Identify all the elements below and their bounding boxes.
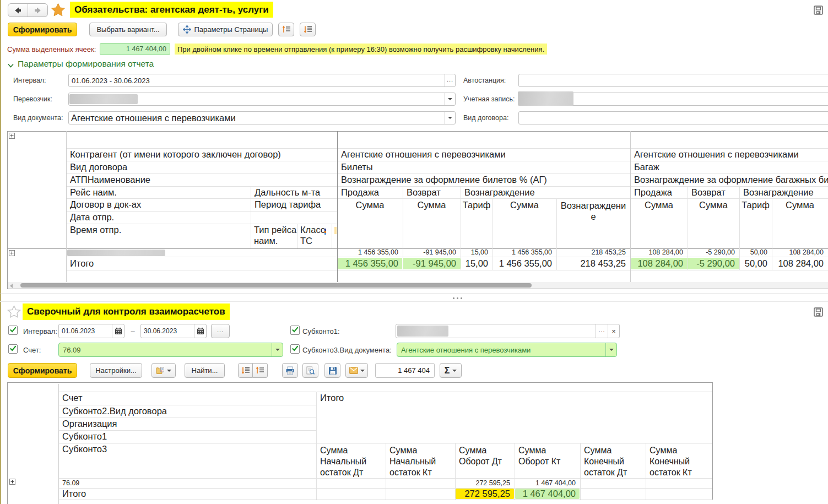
date-to-field[interactable]: 30.06.2023: [140, 324, 207, 338]
expand-plus-icon[interactable]: [9, 250, 15, 256]
save-report2-icon[interactable]: [814, 307, 823, 317]
t1-total-cell[interactable]: 108 284,00: [630, 257, 688, 270]
t1-total-cell[interactable]: 15,00: [461, 257, 493, 270]
t1-total-cell[interactable]: 1 456 355,00: [493, 257, 556, 270]
t1-data-cell[interactable]: -91 945,00: [403, 248, 461, 257]
clipped-icon-fragment: [324, 233, 326, 235]
move-down-button[interactable]: [300, 23, 316, 36]
t1-total-cell[interactable]: 218 453,25: [556, 257, 630, 270]
t2-total-header: Итого: [316, 392, 712, 443]
doc-type-field[interactable]: Агентские отношения с перевозчиками: [68, 111, 456, 124]
grid-line-v: [66, 131, 67, 282]
t1-data-cell[interactable]: 1 456 355,00: [493, 248, 556, 257]
settings-button-label: Настройки...: [95, 366, 137, 375]
expand-plus-icon[interactable]: [9, 479, 15, 485]
grid-line-h: [66, 198, 828, 199]
chevron-down-icon: [275, 349, 280, 351]
t1-data-cell[interactable]: 1 456 355,00: [337, 248, 403, 257]
generate-button[interactable]: Сформировать: [8, 23, 77, 36]
grid-line-h: [7, 289, 828, 289]
subconto1-checkbox[interactable]: [290, 326, 300, 335]
t2-total-cell[interactable]: 272 595,25: [455, 488, 515, 500]
expand-groups-button[interactable]: [253, 363, 268, 378]
t1-header-reward-col: Вознаграждени е: [556, 198, 630, 248]
t2-data-cell[interactable]: 272 595,25: [455, 478, 515, 488]
grid-line-v: [7, 382, 8, 504]
forward-button[interactable]: [28, 4, 47, 17]
scroll-left-arrow-icon[interactable]: [10, 284, 13, 288]
t1-total-cell[interactable]: 108 284,00: [772, 257, 828, 270]
expand-plus-icon[interactable]: [9, 133, 15, 139]
subconto1-label: Субконто1:: [302, 324, 340, 338]
contract-type-field[interactable]: [518, 111, 828, 124]
t2-col-header: Сумма Начальный остаток Кт: [386, 443, 455, 478]
calendar-icon: [115, 327, 122, 335]
interval-checkbox[interactable]: [8, 326, 18, 335]
settings-button[interactable]: Настройки...: [90, 363, 142, 378]
account2-dropdown-button[interactable]: [272, 343, 283, 356]
collapse-groups-button[interactable]: [238, 363, 253, 378]
print-button[interactable]: [282, 363, 298, 378]
send-mail-button[interactable]: [345, 363, 368, 378]
grid-line-v: [772, 198, 772, 270]
grid-line-h: [66, 161, 828, 161]
favorite-star-outline-icon[interactable]: [7, 305, 21, 318]
subconto1-ellipsis-button[interactable]: ...: [596, 324, 608, 338]
splitter-line: [0, 294, 828, 294]
station-field[interactable]: [518, 74, 828, 87]
account2-checkbox[interactable]: [8, 344, 18, 354]
back-button[interactable]: [8, 4, 28, 17]
grid-line-h: [58, 500, 712, 500]
report-params-section-header[interactable]: Параметры формирования отчета: [18, 59, 154, 69]
choose-variant-label: Выбрать вариант...: [96, 25, 159, 34]
account2-value: 76.09: [59, 343, 272, 356]
interval2-ellipsis-button[interactable]: ...: [211, 324, 230, 338]
sigma-button[interactable]: Σ: [440, 363, 462, 378]
t1-data-cell[interactable]: 15,00: [461, 248, 493, 257]
t2-data-label[interactable]: 76.09: [58, 478, 316, 488]
page-params-label: Параметры Страницы: [194, 25, 268, 34]
page-params-button[interactable]: Параметры Страницы: [178, 23, 273, 36]
subconto3-combo[interactable]: Агентские отношения с перевозчиками: [397, 343, 617, 357]
date-from-calendar-button[interactable]: [112, 324, 124, 338]
favorite-star-icon[interactable]: [51, 3, 66, 17]
date-from-field[interactable]: 01.06.2023: [58, 324, 125, 338]
subconto3-dropdown-button[interactable]: [605, 343, 616, 356]
subconto3-checkbox[interactable]: [290, 344, 300, 354]
splitter-handle[interactable]: [453, 297, 465, 299]
t1-data-cell[interactable]: 108 284,00: [772, 248, 828, 257]
t1-total-cell[interactable]: -91 945,00: [403, 257, 461, 270]
preview-button[interactable]: [302, 363, 318, 378]
output-report-button[interactable]: [151, 363, 176, 378]
horizontal-scrollbar[interactable]: [8, 282, 828, 289]
account2-combo[interactable]: 76.09: [58, 343, 283, 357]
t1-header-sum2: Сумма: [403, 198, 461, 248]
move-up-button[interactable]: [278, 23, 294, 36]
t2-data-cell[interactable]: 1 467 404,00: [515, 478, 580, 488]
t1-total-cell[interactable]: 50,00: [739, 257, 772, 270]
doc-type-dropdown-button[interactable]: [445, 112, 455, 124]
t1-total-cell[interactable]: -5 290,00: [688, 257, 739, 270]
find-button[interactable]: Найти...: [185, 363, 225, 378]
interval-field[interactable]: 01.06.2023 - 30.06.2023 ...: [68, 74, 456, 87]
save-report-icon[interactable]: [814, 6, 823, 15]
autosum-field[interactable]: 1 467 404: [375, 363, 435, 378]
t1-data-cell[interactable]: 108 284,00: [630, 248, 688, 257]
scrollbar-thumb[interactable]: [20, 283, 532, 288]
t1-header-agent-baggage: Агентские отношения с перевозчиками: [630, 148, 828, 161]
t1-data-redacted-name: [67, 250, 165, 256]
t1-data-cell[interactable]: 218 453,25: [556, 248, 630, 257]
subconto1-clear-button[interactable]: ×: [608, 324, 619, 338]
t1-total-cell[interactable]: 1 456 355,00: [337, 257, 403, 270]
carrier-dropdown-button[interactable]: [445, 93, 455, 105]
choose-variant-button[interactable]: Выбрать вариант...: [89, 23, 167, 36]
collapse-chevron-icon[interactable]: [7, 62, 14, 69]
interval-ellipsis-button[interactable]: ...: [445, 74, 455, 86]
t1-data-cell[interactable]: 50,00: [739, 248, 772, 257]
splitter-dot: [457, 297, 458, 299]
save-button[interactable]: [324, 363, 340, 378]
t1-data-cell[interactable]: -5 290,00: [688, 248, 739, 257]
date-to-calendar-button[interactable]: [194, 324, 206, 338]
t2-total-cell[interactable]: 1 467 404,00: [515, 488, 580, 500]
generate2-button[interactable]: Сформировать: [8, 363, 77, 378]
